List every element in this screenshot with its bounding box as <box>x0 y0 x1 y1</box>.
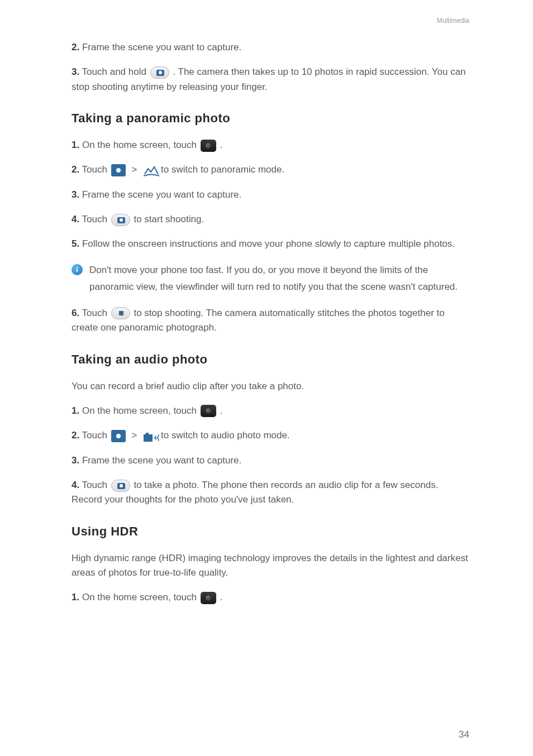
hdr-intro: High dynamic range (HDR) imaging technol… <box>72 551 469 581</box>
heading-panoramic: Taking a panoramic photo <box>72 111 469 126</box>
step-number: 4. <box>72 480 79 490</box>
step-number: 3. <box>72 455 79 466</box>
step-number: 1. <box>72 592 79 602</box>
audio-step-3: 3. Frame the scene you want to capture. <box>72 453 469 468</box>
step-text: On the home screen, touch <box>79 592 199 602</box>
audio-photo-icon <box>143 432 160 443</box>
pano-step-1: 1. On the home screen, touch . <box>72 138 469 152</box>
step-text: . <box>217 405 222 416</box>
step-number: 4. <box>72 214 79 224</box>
pano-step-5: 5. Follow the onscreen instructions and … <box>72 237 469 251</box>
step-text: to start shooting. <box>131 214 204 224</box>
pano-step-3: 3. Frame the scene you want to capture. <box>72 188 469 202</box>
step-text: Frame the scene you want to capture. <box>79 42 241 52</box>
pano-step-4: 4. Touch to start shooting. <box>72 212 469 227</box>
audio-step-1: 1. On the home screen, touch . <box>72 404 469 418</box>
step-number: 1. <box>72 140 79 150</box>
section-header: Multimedia <box>437 17 469 25</box>
pano-step-2: 2. Touch > to switch to panoramic mode. <box>72 162 469 177</box>
step-text: Frame the scene you want to capture. <box>79 189 241 200</box>
step-number: 6. <box>72 308 79 318</box>
burst-step-2: 2. Frame the scene you want to capture. <box>72 40 469 55</box>
audio-step-4: 4. Touch to take a photo. The phone then… <box>72 478 469 508</box>
step-text: . <box>217 592 222 602</box>
page-number: 34 <box>459 729 469 740</box>
info-note: i Don't move your phone too fast. If you… <box>72 262 469 296</box>
step-text: Touch <box>79 480 110 490</box>
step-number: 2. <box>72 164 79 175</box>
panorama-icon <box>143 165 160 178</box>
svg-rect-0 <box>144 434 153 442</box>
step-text: . <box>217 140 222 150</box>
camera-app-icon <box>201 405 216 417</box>
info-text: Don't move your phone too fast. If you d… <box>89 262 469 296</box>
shutter-stop-icon <box>111 307 130 319</box>
shutter-camera-icon <box>111 214 130 226</box>
camera-app-icon <box>201 592 216 604</box>
pano-step-6: 6. Touch to stop shooting. The camera au… <box>72 306 469 336</box>
step-number: 2. <box>72 42 79 52</box>
camera-mode-icon <box>111 430 126 442</box>
chevron-right-icon: > <box>131 164 137 175</box>
step-text: Follow the onscreen instructions and mov… <box>79 238 455 249</box>
info-icon: i <box>72 264 83 275</box>
heading-hdr: Using HDR <box>72 524 469 539</box>
chevron-right-icon: > <box>131 430 137 441</box>
step-text: to switch to panoramic mode. <box>161 164 284 175</box>
step-number: 3. <box>72 66 79 77</box>
shutter-camera-icon <box>150 66 169 79</box>
step-text: Touch <box>79 430 110 441</box>
step-text: Touch and hold <box>79 66 149 77</box>
step-text: On the home screen, touch <box>79 405 199 416</box>
step-text: Touch <box>79 308 110 318</box>
burst-step-3: 3. Touch and hold . The camera then take… <box>72 65 469 94</box>
step-number: 2. <box>72 430 79 441</box>
step-text: On the home screen, touch <box>79 140 199 150</box>
step-text: Touch <box>79 164 110 175</box>
shutter-camera-icon <box>111 480 130 492</box>
step-text: Touch <box>79 214 110 224</box>
camera-mode-icon <box>111 164 126 176</box>
audio-step-2: 2. Touch > to switch to audio photo mode… <box>72 428 469 443</box>
step-text: to switch to audio photo mode. <box>161 430 290 441</box>
step-number: 5. <box>72 238 79 249</box>
camera-app-icon <box>201 140 216 152</box>
step-text: Frame the scene you want to capture. <box>79 455 241 466</box>
audio-intro: You can record a brief audio clip after … <box>72 379 469 394</box>
heading-audio-photo: Taking an audio photo <box>72 352 469 367</box>
step-number: 1. <box>72 405 79 416</box>
hdr-step-1: 1. On the home screen, touch . <box>72 590 469 605</box>
step-number: 3. <box>72 189 79 200</box>
svg-rect-1 <box>146 433 149 434</box>
